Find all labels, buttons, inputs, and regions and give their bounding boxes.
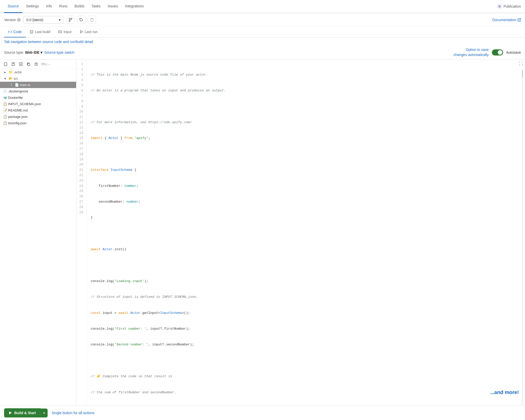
annotation-nav-bar: Tab navigation between source code and r… [0,38,525,45]
tab-input[interactable]: Input [54,27,75,37]
nav-integrations[interactable]: Integrations [121,0,147,13]
svg-marker-6 [80,31,82,33]
delete-icon-button[interactable] [88,16,96,24]
download2-icon-button[interactable] [33,61,40,68]
file-item-dockerignore[interactable]: 📄 .dockerignore [0,88,76,94]
tab-bar: Code Last build Input Last run [0,27,525,38]
upload-icon [11,62,15,66]
file-item-tsconfig[interactable]: 📋 tsconfig.json [0,120,76,126]
code-line-1: // This is the main Node.js source code … [91,72,521,78]
autosave-toggle[interactable] [492,49,503,55]
svg-rect-10 [28,63,30,66]
branch-icon-button[interactable] [66,16,75,24]
autosave-description: Option to save changes automatically [453,47,489,57]
nav-issues[interactable]: Issues [104,0,121,13]
source-type-label: Source type: [4,50,24,54]
toggle-slider [492,49,503,55]
code-line-18: console.log('Second number: ', input?.se… [91,342,521,347]
code-line-15: // Structure of input is defined in INPU… [91,295,521,300]
version-bar: Version i 0.0 (latest) ▾ Documentation [0,13,525,27]
file-name: 📝 README.md [3,108,28,112]
file-name: 📄 .dockerignore [3,89,28,93]
fullscreen-button[interactable]: ⛶ [519,62,523,66]
code-line-21: // the sum of firstNumber and secondNumb… [91,390,521,395]
and-more-label: ...and more! [490,389,519,395]
version-select[interactable]: 0.0 (latest) ▾ [23,16,64,24]
file-name: 📂 src [9,77,18,80]
new-file-icon-button[interactable] [2,61,9,68]
nav-info[interactable]: Info [43,0,56,13]
new-file-icon [4,62,7,66]
code-line-12: await Actor.init() [91,247,521,252]
save-icon [34,62,38,66]
source-type-bar: Source type: Web IDE ▾ Source-type switc… [0,45,525,59]
file-item-package-json[interactable]: 📋 package.json [0,114,76,120]
file-ts-icon: └ [9,83,13,87]
code-line-13 [91,263,521,268]
code-icon [8,30,12,34]
nav-source[interactable]: Source [4,0,22,13]
source-type-switch[interactable]: Source-type switch [44,50,74,54]
documentation-link[interactable]: Documentation [492,18,521,22]
code-line-11 [91,231,521,236]
build-start-dropdown-button[interactable]: ▾ [40,409,48,411]
run-icon [80,30,83,34]
tab-last-build[interactable]: Last build [26,27,54,37]
external-link-icon [517,18,521,22]
code-line-20: // 👉 Complete the code so that result is [91,374,521,379]
file-name: 📄 main.ts [15,83,31,87]
file-item-input-schema[interactable]: 📋 INPUT_SCHEMA.json [0,101,76,107]
copy-icon [27,62,30,66]
copy-icon-button[interactable] [25,61,32,68]
version-info-icon[interactable]: i [17,18,21,22]
scrollbar[interactable] [522,70,523,411]
file-item-main-ts[interactable]: └ 📄 main.ts [0,82,76,88]
file-item-readme[interactable]: 📝 README.md [0,107,76,114]
file-item-dockerfile[interactable]: 🐳 Dockerfile [0,94,76,101]
svg-point-3 [80,19,81,19]
download-icon-button[interactable] [17,61,24,68]
file-item-actor[interactable]: ▸ 📁 .actor [0,69,76,75]
svg-point-0 [69,18,70,19]
file-name: 📋 INPUT_SCHEMA.json [3,102,41,106]
code-line-9: secondNumber: number; [91,199,521,205]
publication-label: Publication [504,4,521,8]
file-item-src[interactable]: ▾ 📂 src [0,75,76,82]
file-toolbar: 0% |— [0,60,76,69]
code-editor-area[interactable]: ⛶ 1 2 3 4 5 6 7 8 9 10 11 12 13 14 15 16 [76,60,525,411]
code-line-2: // An actor is a program that takes an i… [91,88,521,93]
editor-container: 0% |— ▸ 📁 .actor ▾ 📂 src └ 📄 main.ts 📄 .… [0,59,525,411]
code-line-16: const input = await Actor.getInput<Input… [91,311,521,316]
code-line-10: } [91,215,521,220]
source-type-select[interactable]: Web IDE ▾ [25,50,43,54]
input-icon [58,30,62,34]
code-line-17: console.log('First number: ', input?.fir… [91,326,521,332]
version-label: Version i [4,18,21,22]
build-icon [30,30,33,34]
publication-button[interactable]: ⚙ Publication [497,4,521,9]
upload-icon-button[interactable] [10,61,17,68]
toolbar-separator: |— [46,62,51,66]
build-start-button[interactable]: Build & Start [4,408,40,411]
file-name: 📁 .actor [9,70,22,74]
code-line-14: console.log('Loading input'); [91,279,521,284]
tag-icon-button[interactable] [77,16,85,24]
nav-settings[interactable]: Settings [22,0,43,13]
nav-tasks[interactable]: Tasks [88,0,104,13]
line-numbers: 1 2 3 4 5 6 7 8 9 10 11 12 13 14 15 16 1… [76,60,87,411]
publication-icon: ⚙ [497,4,502,9]
autosave-label: Autosave [506,50,521,54]
build-start-button-group: Build & Start ▾ [4,408,48,411]
chevron-down-icon: ▾ [59,18,61,22]
annotation-nav-text: Tab navigation between source code and r… [4,40,93,44]
code-content[interactable]: // This is the main Node.js source code … [87,60,525,411]
nav-builds[interactable]: Builds [71,0,88,13]
tab-last-run[interactable]: Last run [76,27,102,37]
nav-runs[interactable]: Runs [56,0,71,13]
svg-point-1 [71,18,72,19]
version-value: 0.0 (latest) [26,18,43,22]
documentation-label: Documentation [492,18,516,22]
code-line-3 [91,104,521,109]
tab-code[interactable]: Code [4,27,26,37]
autosave-area: Option to save changes automatically Aut… [453,47,521,57]
